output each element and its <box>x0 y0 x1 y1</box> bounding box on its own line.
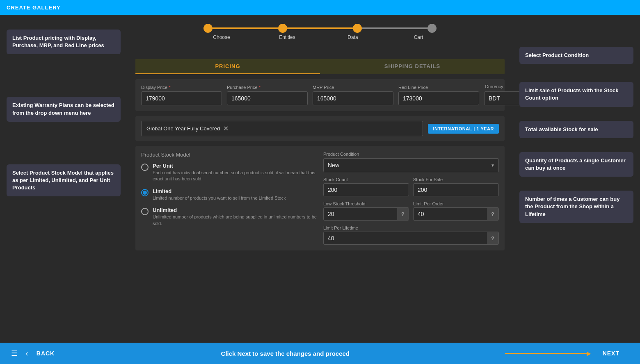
low-stock-field: Low Stock Threshold ? <box>323 201 409 221</box>
step-line-3 <box>362 27 427 29</box>
stock-for-sale-input[interactable] <box>413 183 499 196</box>
bottom-center-area: Click Next to save the changes and proce… <box>66 343 640 364</box>
stock-for-sale-field: Stock For Sale <box>413 177 499 196</box>
purchase-price-group: Purchase Price * <box>227 85 308 105</box>
limit-per-order-input-wrapper: ? <box>413 207 499 221</box>
stock-count-label: Stock Count <box>323 177 409 182</box>
purchase-price-label: Purchase Price * <box>227 85 308 90</box>
radio-unlimited-content: Unlimited Unlimited number of products w… <box>153 207 317 227</box>
hamburger-icon[interactable]: ☰ <box>11 349 18 358</box>
low-stock-input[interactable] <box>324 208 397 220</box>
annotation-lifetime: Number of times a Customer can buy the P… <box>519 191 633 223</box>
limit-per-order-input[interactable] <box>414 208 487 220</box>
tab-pricing[interactable]: PRICING <box>135 59 320 74</box>
main-content: List Product pricing with Display, Purch… <box>0 15 640 343</box>
condition-select-wrapper: New Used Refurbished <box>323 158 499 172</box>
low-stock-input-wrapper: ? <box>323 207 409 221</box>
radio-limited-desc: Limited number of products you want to s… <box>153 195 286 201</box>
step-line-1 <box>213 27 278 29</box>
purchase-price-input[interactable] <box>227 91 308 105</box>
red-line-price-label: Red Line Price <box>398 85 479 90</box>
mrp-price-group: MRP Price <box>313 85 393 105</box>
stock-model-section: Product Stock Model Per Unit Each unit h… <box>135 146 505 250</box>
radio-unlimited[interactable]: Unlimited Unlimited number of products w… <box>141 207 317 227</box>
stock-count-row: Stock Count Stock For Sale <box>323 177 499 196</box>
radio-limited-label: Limited <box>153 188 286 194</box>
limit-per-lifetime-field: Limit Per Lifetime ? <box>323 225 499 245</box>
right-panel: Select Product Condition Limit sale of P… <box>513 15 640 343</box>
limit-per-order-help-icon[interactable]: ? <box>487 208 498 220</box>
limit-per-lifetime-input-wrapper: ? <box>323 232 499 245</box>
step-cart[interactable] <box>427 24 437 33</box>
red-line-price-input[interactable] <box>398 91 479 105</box>
step-entities[interactable] <box>278 24 287 33</box>
step-label-cart: Cart <box>414 34 423 40</box>
low-stock-help-icon[interactable]: ? <box>397 208 409 220</box>
radio-per-unit[interactable]: Per Unit Each unit has individual serial… <box>141 163 317 182</box>
next-arrow-line <box>505 353 587 354</box>
tabs-container: PRICING SHIPPING DETAILS <box>135 59 505 74</box>
condition-select[interactable]: New Used Refurbished <box>323 158 499 172</box>
step-line-2 <box>287 27 353 29</box>
annotation-stock-model: Select Product Stock Model that applies … <box>7 164 121 197</box>
warranty-section: Global One Year Fully Covered ✕ INTERNAT… <box>135 116 505 141</box>
red-line-price-group: Red Line Price <box>398 85 479 105</box>
display-price-input[interactable] <box>141 91 222 105</box>
pricing-section: Display Price * Purchase Price * MRP Pri… <box>135 79 505 111</box>
annotation-pricing: List Product pricing with Display, Purch… <box>7 30 121 54</box>
back-button[interactable]: BACK <box>37 350 55 357</box>
stock-model-left: Product Stock Model Per Unit Each unit h… <box>141 152 317 245</box>
annotation-stock-count: Limit sale of Products with the Stock Co… <box>519 82 633 107</box>
mrp-price-label: MRP Price <box>313 85 393 90</box>
bottom-center-text: Click Next to save the changes and proce… <box>66 350 505 357</box>
warranty-tag: Global One Year Fully Covered ✕ <box>141 121 423 136</box>
stock-model-right: Product Condition New Used Refurbished S… <box>323 152 499 245</box>
top-bar: CREATE GALLERY <box>0 0 640 15</box>
left-panel: List Product pricing with Display, Purch… <box>0 15 127 343</box>
steps-container: Choose Entities Data Cart <box>135 21 505 46</box>
step-choose[interactable] <box>203 24 213 33</box>
warranty-close-icon[interactable]: ✕ <box>223 125 229 132</box>
limit-per-order-label: Limit Per Order <box>413 201 499 206</box>
radio-per-unit-desc: Each unit has individual serial number, … <box>153 170 317 182</box>
radio-unlimited-label: Unlimited <box>153 207 317 213</box>
stock-count-input[interactable] <box>323 183 409 196</box>
back-arrow-icon[interactable]: ‹ <box>26 349 28 358</box>
low-stock-label: Low Stock Threshold <box>323 201 409 206</box>
bottom-right-area: NEXT <box>505 350 640 357</box>
limit-per-lifetime-help-icon[interactable]: ? <box>487 232 498 244</box>
annotation-qty-customer: Quantity of Products a single Customer c… <box>519 152 633 177</box>
bottom-bar: ☰ ‹ BACK Click Next to save the changes … <box>0 343 640 364</box>
radio-limited-inner <box>143 191 147 195</box>
radio-per-unit-btn[interactable] <box>141 164 149 171</box>
limit-per-lifetime-input[interactable] <box>324 232 487 244</box>
radio-limited-btn[interactable] <box>141 189 149 196</box>
step-data[interactable] <box>353 24 362 33</box>
step-label-entities: Entities <box>279 34 295 40</box>
limit-per-order-field: Limit Per Order ? <box>413 201 499 221</box>
next-button[interactable]: NEXT <box>590 350 632 357</box>
low-stock-row: Low Stock Threshold ? Limit Per Order ? <box>323 201 499 221</box>
mrp-price-input[interactable] <box>313 91 393 105</box>
stock-count-field: Stock Count <box>323 177 409 196</box>
radio-unlimited-desc: Unlimited number of products which are b… <box>153 214 317 227</box>
stock-for-sale-label: Stock For Sale <box>413 177 499 182</box>
center-panel: Choose Entities Data Cart PRICING SHIPPI… <box>127 15 513 343</box>
radio-per-unit-label: Per Unit <box>153 163 317 169</box>
annotation-warranty: Existing Warranty Plans can be selected … <box>7 97 121 121</box>
annotation-select-condition: Select Product Condition <box>519 47 633 64</box>
bottom-left-controls: ☰ ‹ BACK <box>0 349 66 358</box>
annotation-total-stock: Total available Stock for sale <box>519 121 633 138</box>
tab-shipping[interactable]: SHIPPING DETAILS <box>320 59 505 74</box>
radio-limited[interactable]: Limited Limited number of products you w… <box>141 188 317 201</box>
limit-per-lifetime-label: Limit Per Lifetime <box>323 225 499 230</box>
display-price-group: Display Price * <box>141 85 222 105</box>
app-title: CREATE GALLERY <box>7 5 61 11</box>
step-label-data: Data <box>347 34 358 40</box>
warranty-name: Global One Year Fully Covered <box>146 125 220 132</box>
radio-unlimited-btn[interactable] <box>141 208 149 215</box>
product-condition-label: Product Condition <box>323 152 499 157</box>
next-button-label: NEXT <box>603 350 619 357</box>
product-condition-group: Product Condition New Used Refurbished <box>323 152 499 172</box>
stock-model-title: Product Stock Model <box>141 152 317 158</box>
